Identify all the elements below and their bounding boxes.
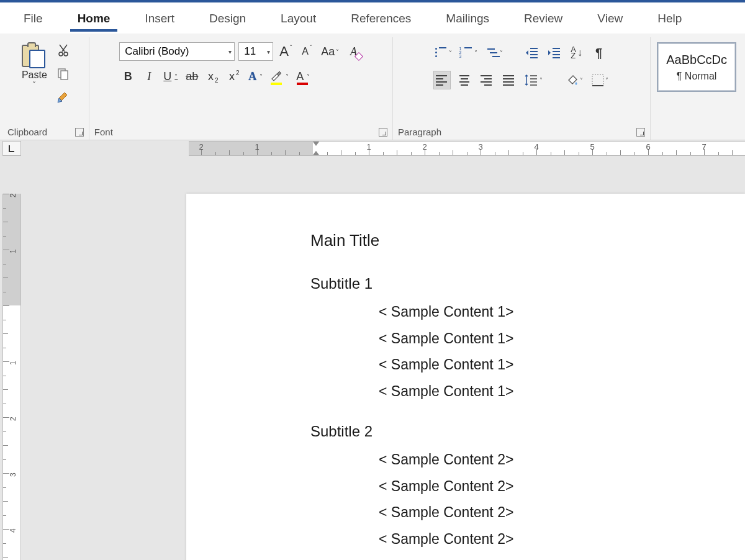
document-body[interactable]: Main Title Subtitle 1 < Sample Content 1… [310,231,745,552]
doc-content-line[interactable]: < Sample Content 2> [310,446,745,473]
shrink-font-button[interactable]: Aˇ [298,42,315,61]
group-label-font: Font [94,127,113,137]
doc-content-line[interactable]: < Sample Content 1> [310,325,745,352]
align-left-button[interactable] [433,71,451,89]
tab-help[interactable]: Help [640,4,699,32]
outdent-icon [525,47,539,58]
scissors-icon [57,43,70,57]
align-center-button[interactable] [456,71,473,89]
decrease-indent-button[interactable] [523,43,541,62]
group-styles: AaBbCcDc ¶ Normal [651,37,743,140]
doc-main-title[interactable]: Main Title [310,231,745,250]
show-hide-marks-button[interactable]: ¶ [590,43,608,62]
line-spacing-icon [525,74,538,86]
group-font: Calibri (Body) ▾ 11 ▾ Aˆ Aˇ Aa˅ A B I U˅… [89,37,393,140]
tab-stop-icon [7,144,16,153]
grow-font-button[interactable]: Aˆ [277,42,294,61]
highlight-button[interactable]: ˅ [268,67,291,86]
tab-file[interactable]: File [6,4,60,32]
strikethrough-button[interactable]: ab [183,67,201,86]
paste-icon [20,41,48,68]
justify-icon [503,75,515,85]
change-case-button[interactable]: Aa˅ [319,42,341,61]
doc-content-line[interactable]: < Sample Content 2> [310,473,745,500]
font-size-value: 11 [244,45,256,58]
ribbon-tabs: File Home Insert Design Layout Reference… [0,2,745,34]
clear-formatting-button[interactable]: A [345,42,362,61]
ruler-row: 2112345678 [0,140,745,156]
doc-subtitle[interactable]: Subtitle 1 [310,275,745,292]
svg-rect-4 [592,75,603,86]
justify-button[interactable] [500,71,518,89]
cut-button[interactable] [54,41,73,60]
indent-icon [548,47,561,58]
doc-content-line[interactable]: < Sample Content 2> [310,499,745,526]
italic-button[interactable]: I [140,67,158,86]
bullets-button[interactable]: ˅ [433,43,454,62]
text-effects-button[interactable]: A˅ [246,67,264,86]
copy-button[interactable] [54,65,73,83]
paint-bucket-icon [565,74,579,86]
bullets-icon [435,47,448,58]
sort-button[interactable]: AZ↓ [568,43,585,62]
tab-review[interactable]: Review [507,4,580,32]
paste-button[interactable]: Paste ˅ [18,38,50,89]
increase-indent-button[interactable] [546,43,563,62]
tab-home[interactable]: Home [60,4,128,32]
format-painter-button[interactable] [54,88,73,107]
paintbrush-icon [56,90,71,105]
align-left-icon [436,75,448,85]
numbering-icon: 123 [461,47,473,58]
font-color-button[interactable]: A˅ [294,67,312,86]
font-size-combo[interactable]: 11 ▾ [238,42,273,61]
align-right-icon [481,75,493,85]
tab-mailings[interactable]: Mailings [428,4,507,32]
chevron-down-icon: ▾ [267,48,270,55]
font-dialog-launcher[interactable] [379,128,387,137]
superscript-button[interactable]: x2 [225,67,243,86]
tab-stop-selector[interactable] [2,141,21,156]
group-label-paragraph: Paragraph [398,127,441,137]
tab-insert[interactable]: Insert [127,4,192,32]
tab-references[interactable]: References [333,4,428,32]
tab-view[interactable]: View [580,4,640,32]
paste-label: Paste [22,70,47,81]
horizontal-ruler[interactable]: 2112345678 [189,141,745,156]
indent-marker[interactable] [312,141,320,156]
svg-rect-3 [61,71,68,79]
multilevel-icon [486,47,499,58]
doc-subtitle[interactable]: Subtitle 2 [310,423,745,440]
copy-icon [56,67,70,81]
tab-design[interactable]: Design [192,4,263,32]
doc-content-line[interactable]: < Sample Content 1> [310,351,745,378]
font-name-value: Calibri (Body) [125,45,189,58]
subscript-button[interactable]: x2 [204,67,222,86]
align-right-button[interactable] [478,71,495,89]
group-label-clipboard: Clipboard [7,127,47,137]
line-spacing-button[interactable]: ˅ [523,71,544,89]
borders-button[interactable]: ˅ [590,71,610,89]
paragraph-dialog-launcher[interactable] [636,128,645,137]
shading-button[interactable]: ˅ [563,71,585,89]
group-paragraph: ˅ 123˅ ˅ AZ↓ ¶ [393,37,651,140]
font-name-combo[interactable]: Calibri (Body) ▾ [119,42,235,61]
borders-icon [592,74,604,86]
style-normal-tile[interactable]: AaBbCcDc ¶ Normal [657,42,736,92]
underline-button[interactable]: U˅ [161,67,179,86]
svg-point-0 [59,52,63,56]
align-center-icon [458,75,471,85]
doc-content-line[interactable]: < Sample Content 2> [310,526,745,553]
doc-content-line[interactable]: < Sample Content 1> [310,299,745,325]
multilevel-list-button[interactable]: ˅ [484,43,505,62]
chevron-down-icon[interactable]: ˅ [32,81,36,89]
vertical-ruler[interactable]: 211234 [2,194,21,560]
workspace: 211234 Main Title Subtitle 1 < Sample Co… [0,156,745,560]
page[interactable]: Main Title Subtitle 1 < Sample Content 1… [186,194,745,560]
tab-layout[interactable]: Layout [263,4,333,32]
bold-button[interactable]: B [119,67,137,86]
sort-icon: AZ [571,47,576,59]
numbering-button[interactable]: 123˅ [459,43,479,62]
clipboard-dialog-launcher[interactable] [75,128,84,137]
group-clipboard: Paste ˅ Clipboard [2,37,89,140]
doc-content-line[interactable]: < Sample Content 1> [310,378,745,405]
